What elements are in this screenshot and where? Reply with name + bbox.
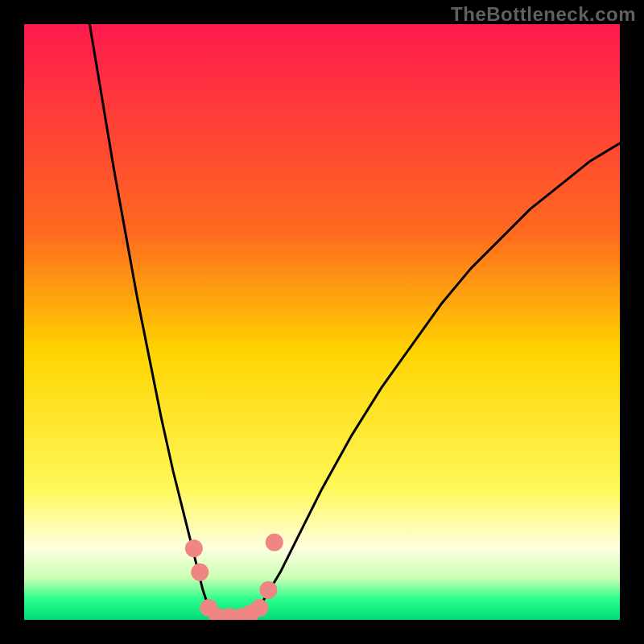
valley-marker (266, 534, 283, 551)
valley-marker (185, 539, 203, 557)
plot-area (24, 24, 620, 620)
valley-marker (259, 581, 277, 599)
valley-marker (250, 599, 268, 617)
chart-frame: TheBottleneck.com (0, 0, 644, 644)
valley-markers-layer (24, 24, 620, 620)
watermark-text: TheBottleneck.com (451, 3, 636, 26)
valley-marker (191, 564, 208, 581)
